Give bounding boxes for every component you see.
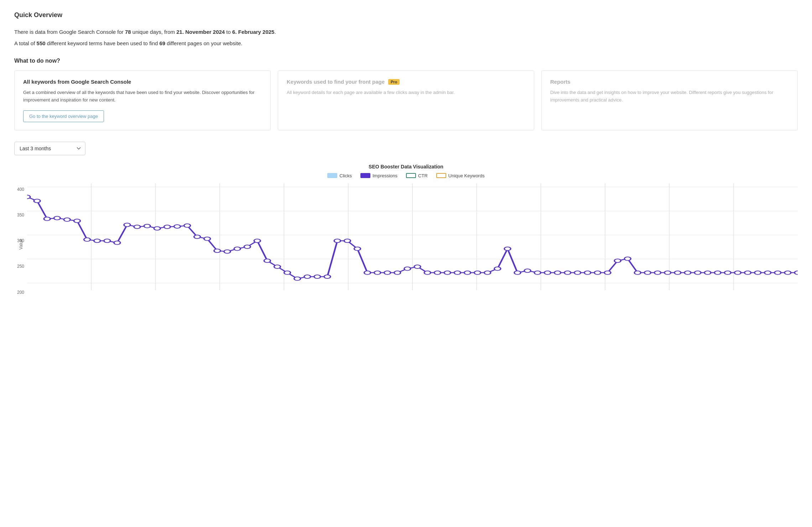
svg-point-52	[384, 271, 391, 274]
svg-point-50	[364, 271, 371, 274]
svg-point-93	[795, 271, 798, 274]
svg-point-17	[34, 199, 40, 203]
svg-point-21	[74, 219, 80, 223]
summary-line2: A total of 550 different keyword terms h…	[14, 39, 798, 48]
card-front-page-keywords: Keywords used to find your front page Pr…	[278, 71, 534, 130]
svg-point-59	[454, 271, 460, 274]
impressions-chart	[27, 183, 798, 304]
svg-point-35	[214, 249, 220, 252]
svg-point-89	[755, 271, 761, 274]
svg-point-74	[604, 271, 611, 274]
svg-point-82	[685, 271, 691, 274]
cards-row: All keywords from Google Search Console …	[14, 71, 798, 130]
svg-point-73	[594, 271, 601, 274]
card-front-page-keywords-title: Keywords used to find your front page Pr…	[287, 79, 525, 85]
card-reports-title: Reports	[550, 79, 789, 85]
svg-point-90	[765, 271, 771, 274]
svg-point-91	[775, 271, 781, 274]
svg-point-65	[514, 271, 521, 274]
svg-point-58	[444, 271, 451, 274]
svg-point-76	[624, 257, 631, 260]
svg-point-49	[354, 247, 360, 250]
y-tick-350: 350	[14, 213, 24, 218]
svg-point-56	[424, 271, 431, 274]
svg-point-75	[614, 259, 621, 262]
legend-clicks-label: Clicks	[339, 173, 352, 178]
svg-point-40	[264, 259, 270, 262]
svg-point-48	[344, 239, 350, 242]
legend-unique-keywords-swatch	[436, 173, 446, 178]
legend-impressions: Impressions	[360, 173, 397, 178]
svg-point-85	[714, 271, 721, 274]
svg-point-18	[44, 217, 50, 220]
svg-point-45	[314, 275, 321, 278]
card-all-keywords-desc: Get a combined overview of all the keywo…	[23, 89, 262, 104]
svg-point-86	[724, 271, 731, 274]
svg-point-26	[124, 223, 130, 226]
chart-legend: Clicks Impressions CTR Unique Keywords	[14, 173, 798, 178]
svg-point-79	[654, 271, 661, 274]
svg-point-32	[184, 224, 191, 227]
svg-point-31	[174, 224, 181, 228]
svg-point-38	[244, 245, 250, 249]
svg-point-71	[574, 271, 581, 274]
page-count: 69	[160, 40, 166, 46]
chart-container: SEO Booster Data Visualization Clicks Im…	[14, 164, 798, 306]
svg-point-34	[204, 237, 210, 240]
legend-ctr-label: CTR	[418, 173, 428, 178]
card-reports: Reports Dive into the data and get insig…	[541, 71, 798, 130]
svg-point-81	[675, 271, 681, 274]
legend-clicks: Clicks	[327, 173, 352, 178]
svg-point-77	[634, 271, 641, 274]
y-tick-250: 250	[14, 264, 24, 269]
svg-point-41	[274, 265, 281, 268]
legend-impressions-swatch	[360, 173, 370, 178]
svg-point-92	[785, 271, 791, 274]
svg-point-54	[404, 267, 411, 270]
svg-point-68	[544, 271, 551, 274]
pro-badge: Pro	[388, 79, 400, 85]
card-all-keywords-title: All keywords from Google Search Console	[23, 79, 262, 85]
period-dropdown-row: Last 3 months Last 6 months Last 12 mont…	[14, 142, 798, 155]
svg-point-37	[234, 247, 240, 250]
svg-point-19	[54, 216, 60, 220]
svg-point-72	[584, 271, 591, 274]
svg-point-33	[194, 235, 201, 239]
date-from: 21. November 2024	[176, 29, 225, 35]
period-select[interactable]: Last 3 months Last 6 months Last 12 mont…	[14, 142, 85, 155]
keyword-count: 550	[37, 40, 46, 46]
svg-point-62	[484, 271, 491, 274]
chart-svg-wrapper: Value	[27, 183, 798, 306]
legend-ctr-swatch	[406, 173, 416, 178]
svg-point-39	[254, 239, 260, 242]
summary-line1: There is data from Google Search Console…	[14, 27, 798, 37]
svg-point-16	[27, 195, 30, 199]
svg-point-70	[564, 271, 571, 274]
svg-point-83	[694, 271, 701, 274]
legend-ctr: CTR	[406, 173, 428, 178]
svg-point-47	[334, 239, 340, 242]
svg-point-27	[134, 225, 140, 229]
go-to-keyword-overview-button[interactable]: Go to the keyword overview page	[23, 110, 104, 122]
svg-point-53	[394, 271, 401, 274]
y-tick-400: 400	[14, 187, 24, 192]
svg-point-87	[734, 271, 741, 274]
card-all-keywords: All keywords from Google Search Console …	[14, 71, 271, 130]
svg-point-24	[104, 239, 110, 242]
svg-point-69	[555, 271, 561, 274]
page-title: Quick Overview	[14, 11, 798, 19]
svg-point-78	[644, 271, 651, 274]
svg-point-30	[164, 225, 170, 229]
legend-impressions-label: Impressions	[373, 173, 397, 178]
svg-point-80	[665, 271, 671, 274]
svg-point-42	[284, 271, 291, 274]
svg-point-63	[494, 267, 501, 270]
svg-point-61	[474, 271, 481, 274]
svg-point-55	[414, 265, 421, 268]
svg-point-88	[745, 271, 751, 274]
svg-point-64	[504, 247, 511, 250]
svg-point-20	[64, 218, 70, 221]
svg-point-67	[534, 271, 541, 274]
unique-days: 78	[125, 29, 131, 35]
chart-title: SEO Booster Data Visualization	[14, 164, 798, 169]
